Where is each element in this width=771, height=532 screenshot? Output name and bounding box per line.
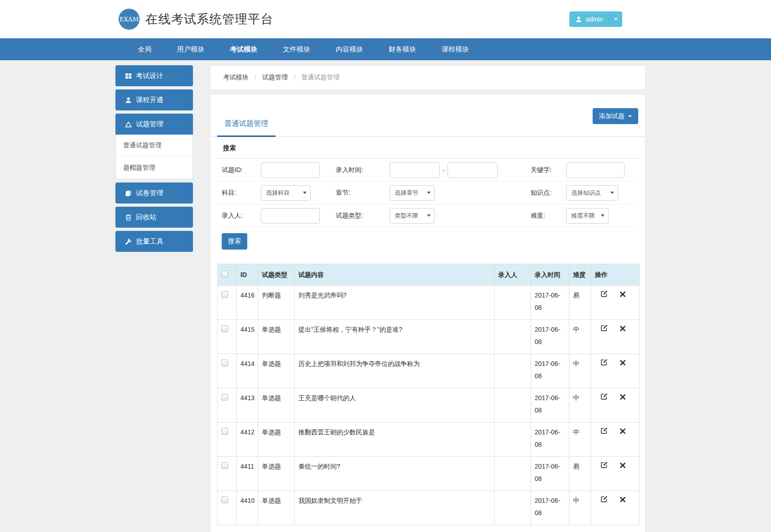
cell-content: 提出"王侯将相，宁有种乎？"的是谁? [295, 320, 495, 354]
submenu-item-normal-question[interactable]: 普通试题管理 [116, 135, 193, 157]
entry-time-to-input[interactable] [448, 162, 498, 178]
cell-difficulty: 中 [569, 491, 591, 525]
cell-type: 单选题 [258, 457, 295, 491]
row-checkbox[interactable] [221, 291, 228, 298]
sidebar-item-question-manage[interactable]: 试题管理 [115, 114, 193, 135]
cell-type: 单选题 [258, 354, 295, 388]
edit-icon[interactable] [599, 495, 609, 503]
subject-select[interactable]: 选择科目 [261, 185, 311, 201]
tab-normal-question-manage[interactable]: 普通试题管理 [217, 112, 276, 137]
nav-item-file-module[interactable]: 文件模块 [270, 38, 323, 60]
question-type-select[interactable]: 类型不限 [390, 208, 435, 224]
tab-bar: 普通试题管理 添加试题 [210, 95, 645, 137]
main-navbar: 全局 用户模块 考试模块 文件模块 内容模块 财务模块 课程模块 [0, 38, 771, 60]
user-menu-main[interactable]: admin [569, 11, 609, 27]
select-all-checkbox[interactable] [221, 271, 228, 277]
chapter-select[interactable]: 选择章节 [390, 185, 435, 201]
submenu-item-cap-question[interactable]: 题帽题管理 [116, 157, 193, 179]
search-button[interactable]: 搜索 [222, 233, 247, 250]
row-checkbox[interactable] [221, 394, 228, 401]
breadcrumb-panel: 考试模块 / 试题管理 / 普通试题管理 [210, 65, 646, 90]
sidebar-item-paper-manage[interactable]: 试卷管理 [115, 183, 193, 203]
nav-item-course-module[interactable]: 课程模块 [429, 38, 482, 60]
knowledge-select-value: 选择知识点 [571, 189, 601, 197]
cell-id: 4411 [237, 457, 258, 491]
edit-icon[interactable] [599, 461, 609, 469]
creator-label: 录入人: [222, 212, 261, 220]
breadcrumb-item-question-manage[interactable]: 试题管理 [262, 73, 288, 81]
delete-icon[interactable] [618, 428, 627, 434]
delete-icon[interactable] [618, 360, 627, 366]
col-header-creator: 录入人 [495, 264, 531, 286]
cell-content: 秦统一的时间? [295, 457, 495, 491]
cell-difficulty: 易 [569, 286, 591, 320]
sidebar-item-exam-design[interactable]: 考试设计 [115, 65, 193, 86]
question-id-input[interactable] [261, 162, 320, 178]
cell-id: 4414 [237, 354, 258, 388]
sidebar-item-course-open[interactable]: 课程开通 [115, 89, 193, 110]
grid-icon [125, 72, 132, 79]
nav-item-content-module[interactable]: 内容模块 [323, 38, 376, 60]
triangle-icon [125, 120, 132, 128]
breadcrumb-item-current: 普通试题管理 [301, 73, 339, 81]
row-checkbox[interactable] [221, 325, 228, 332]
cell-creator [495, 491, 531, 525]
knowledge-select[interactable]: 选择知识点 [566, 185, 618, 201]
cell-type: 判断题 [258, 286, 295, 320]
nav-item-finance-module[interactable]: 财务模块 [376, 38, 429, 60]
col-header-actions: 操作 [591, 264, 640, 286]
select-caret-icon [303, 192, 307, 194]
cell-date: 2017-06-08 [531, 457, 569, 491]
row-checkbox[interactable] [221, 462, 228, 469]
table-row: 4414 单选题 历史上把项羽和刘邦为争夺帝位的战争称为 2017-06-08 … [218, 354, 640, 388]
select-caret-icon [427, 192, 431, 194]
sidebar-item-recycle-bin[interactable]: 回收站 [115, 207, 193, 228]
col-header-date: 录入时间 [531, 264, 569, 286]
page-title: 在线考试系统管理平台 [146, 11, 273, 27]
delete-icon[interactable] [618, 462, 627, 469]
user-menu-button[interactable]: admin [569, 11, 622, 27]
user-icon [125, 96, 132, 104]
sidebar-item-label: 试卷管理 [136, 189, 163, 198]
exam-logo: EXAM [119, 9, 140, 30]
col-header-content: 试题内容 [295, 264, 495, 286]
chevron-down-icon [614, 18, 618, 20]
cell-difficulty: 中 [569, 422, 591, 457]
table-row: 4411 单选题 秦统一的时间? 2017-06-08 易 [218, 457, 640, 491]
row-checkbox[interactable] [221, 496, 228, 503]
row-checkbox[interactable] [221, 428, 228, 435]
nav-item-global[interactable]: 全局 [125, 38, 164, 60]
nav-item-exam-module[interactable]: 考试模块 [217, 38, 270, 60]
delete-icon[interactable] [618, 325, 627, 332]
table-row: 4415 单选题 提出"王侯将相，宁有种乎？"的是谁? 2017-06-08 中 [218, 320, 640, 354]
user-menu-caret[interactable] [609, 11, 622, 27]
cell-creator [495, 388, 531, 422]
delete-icon[interactable] [618, 394, 627, 400]
question-manage-submenu: 普通试题管理 题帽题管理 [115, 135, 193, 179]
entry-time-from-input[interactable] [390, 162, 440, 178]
delete-icon[interactable] [618, 291, 627, 297]
cell-type: 单选题 [258, 320, 295, 354]
sidebar-item-label: 考试设计 [136, 72, 163, 80]
edit-icon[interactable] [599, 324, 609, 332]
nav-item-user-module[interactable]: 用户模块 [164, 38, 217, 60]
edit-icon[interactable] [599, 427, 609, 434]
edit-icon[interactable] [599, 290, 609, 297]
sidebar-item-label: 课程开通 [136, 96, 163, 104]
edit-icon[interactable] [599, 392, 609, 400]
table-header-row: ID 试题类型 试题内容 录入人 录入时间 难度 操作 [218, 264, 640, 286]
row-checkbox[interactable] [221, 360, 228, 366]
keyword-input[interactable] [566, 162, 625, 178]
delete-icon[interactable] [618, 496, 627, 503]
sidebar-item-batch-tools[interactable]: 批量工具 [115, 231, 193, 252]
creator-input[interactable] [261, 208, 320, 224]
cell-id: 4415 [237, 320, 258, 354]
edit-icon[interactable] [599, 358, 609, 366]
sidebar-item-label: 试题管理 [136, 120, 163, 129]
difficulty-select[interactable]: 难度不限 [566, 208, 609, 224]
cell-difficulty: 易 [569, 457, 591, 491]
add-question-button[interactable]: 添加试题 [593, 108, 638, 124]
breadcrumb-item-exam-module[interactable]: 考试模块 [223, 73, 249, 81]
table-row: 4412 单选题 推翻西晋王朝的少数民族是 2017-06-08 中 [218, 422, 640, 457]
range-separator: - [443, 167, 445, 174]
